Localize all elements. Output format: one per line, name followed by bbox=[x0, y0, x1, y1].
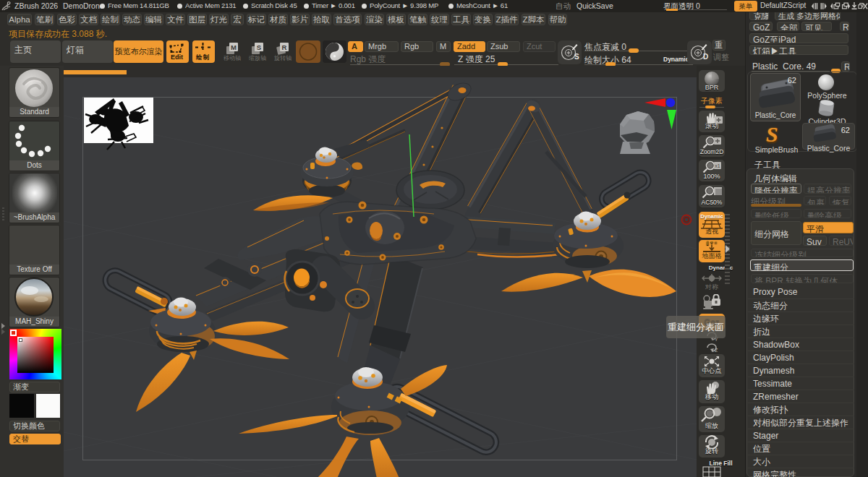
svg-text:M: M bbox=[231, 43, 237, 51]
svg-text:R: R bbox=[282, 43, 287, 51]
svg-text:S: S bbox=[574, 53, 579, 61]
svg-text:z: z bbox=[715, 346, 718, 353]
svg-text:绘制: 绘制 bbox=[195, 53, 210, 61]
svg-text:旋转轴: 旋转轴 bbox=[274, 55, 292, 61]
svg-text:缩放轴: 缩放轴 bbox=[249, 55, 266, 61]
svg-text:D: D bbox=[703, 53, 708, 61]
svg-text:Edit: Edit bbox=[171, 53, 183, 61]
svg-text:x1: x1 bbox=[715, 163, 720, 168]
svg-text:移动轴: 移动轴 bbox=[224, 55, 241, 61]
svg-text:S: S bbox=[257, 43, 261, 51]
